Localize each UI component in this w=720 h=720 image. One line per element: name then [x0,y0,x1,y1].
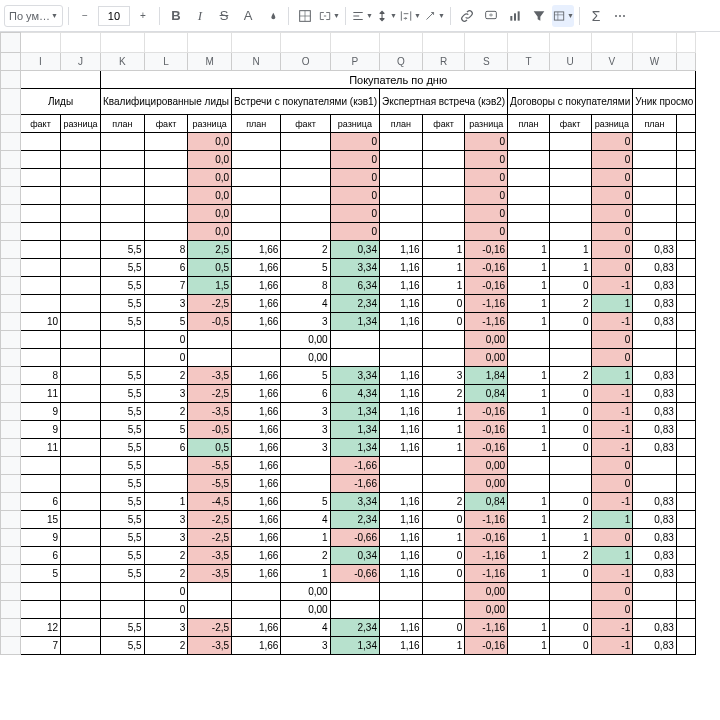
cell[interactable] [61,349,101,367]
cell[interactable]: 3 [144,295,188,313]
wrap-icon[interactable]: ▼ [399,5,421,27]
cell[interactable] [232,151,281,169]
table-row[interactable]: 0,0000 [1,205,696,223]
cell[interactable]: 1,16 [379,439,422,457]
rotate-icon[interactable]: ▼ [423,5,445,27]
cell[interactable]: -0,16 [465,259,508,277]
cell[interactable] [633,205,677,223]
cell[interactable]: 0,5 [188,439,232,457]
cell[interactable]: 1,34 [330,637,379,655]
cell[interactable] [379,151,422,169]
cell[interactable]: 3 [281,403,330,421]
table-row[interactable]: 95,53-2,51,661-0,661,161-0,161100,83 [1,529,696,547]
cell[interactable] [281,457,330,475]
cell[interactable]: 5,5 [101,511,145,529]
cell[interactable]: 2 [144,403,188,421]
cell[interactable]: 1 [508,421,550,439]
cell[interactable]: 1 [591,511,633,529]
cell[interactable]: 1 [422,637,465,655]
cell[interactable]: -2,5 [188,295,232,313]
cell[interactable] [144,205,188,223]
cell[interactable]: 0,83 [633,241,677,259]
col-header[interactable]: I [21,53,61,71]
table-row[interactable]: 00,000,000 [1,331,696,349]
table-row[interactable]: 95,52-3,51,6631,341,161-0,1610-10,83 [1,403,696,421]
cell[interactable] [144,475,188,493]
cell[interactable] [379,223,422,241]
cell[interactable] [508,223,550,241]
cell[interactable] [549,349,591,367]
cell[interactable]: 5,5 [101,619,145,637]
cell[interactable]: 1,66 [232,547,281,565]
cell[interactable]: 1,16 [379,385,422,403]
spreadsheet[interactable]: IJKLMNOPQRSTUVWПокупатель по днюЛидыКвал… [0,32,720,655]
cell[interactable]: -1,16 [465,547,508,565]
cell[interactable]: 0 [591,241,633,259]
cell[interactable]: 0,84 [465,493,508,511]
cell[interactable]: -3,5 [188,565,232,583]
table-row[interactable]: 00,000,000 [1,583,696,601]
cell[interactable] [61,547,101,565]
cell[interactable] [508,457,550,475]
cell[interactable]: 0 [330,151,379,169]
cell[interactable]: 2 [422,385,465,403]
cell[interactable]: 0 [465,187,508,205]
cell[interactable]: 1,66 [232,637,281,655]
cell[interactable]: 9 [21,529,61,547]
cell[interactable]: 2,34 [330,295,379,313]
cell[interactable] [508,583,550,601]
cell[interactable]: 0 [549,619,591,637]
cell[interactable] [633,187,677,205]
cell[interactable] [379,349,422,367]
cell[interactable]: 1 [549,241,591,259]
cell[interactable]: -1,16 [465,313,508,331]
italic-icon[interactable]: I [189,5,211,27]
cell[interactable]: 6 [21,547,61,565]
cell[interactable] [101,187,145,205]
col-header[interactable]: S [465,53,508,71]
table-row[interactable]: 0,0000 [1,133,696,151]
cell[interactable]: 1,16 [379,493,422,511]
cell[interactable]: 1 [508,367,550,385]
cell[interactable]: 0 [549,439,591,457]
cell[interactable] [549,331,591,349]
cell[interactable] [232,601,281,619]
cell[interactable]: 1 [422,439,465,457]
cell[interactable] [21,169,61,187]
cell[interactable] [379,133,422,151]
cell[interactable]: 1,16 [379,529,422,547]
col-header[interactable]: R [422,53,465,71]
cell[interactable] [101,151,145,169]
table-row[interactable]: 00,000,000 [1,349,696,367]
cell[interactable] [232,349,281,367]
cell[interactable]: 0,00 [281,349,330,367]
cell[interactable] [21,133,61,151]
cell[interactable]: 1 [422,277,465,295]
cell[interactable]: 0,0 [188,169,232,187]
cell[interactable]: 0 [144,349,188,367]
cell[interactable]: 0,00 [281,583,330,601]
cell[interactable]: 1,66 [232,529,281,547]
cell[interactable]: 2 [549,295,591,313]
cell[interactable]: 5,5 [101,385,145,403]
cell[interactable]: 0,83 [633,493,677,511]
cell[interactable]: 1,66 [232,295,281,313]
cell[interactable]: 0 [422,547,465,565]
cell[interactable] [422,187,465,205]
fill-color-icon[interactable] [261,5,283,27]
cell[interactable]: 1,16 [379,295,422,313]
cell[interactable]: 0,83 [633,619,677,637]
cell[interactable]: -2,5 [188,619,232,637]
cell[interactable]: -3,5 [188,403,232,421]
cell[interactable] [549,205,591,223]
cell[interactable] [422,583,465,601]
cell[interactable]: 0 [591,223,633,241]
tableview-icon[interactable]: ▼ [552,5,574,27]
cell[interactable]: 9 [21,421,61,439]
table-row[interactable]: 0,0000 [1,187,696,205]
cell[interactable]: 3,34 [330,259,379,277]
cell[interactable]: 0,83 [633,511,677,529]
cell[interactable] [144,169,188,187]
cell[interactable]: 6 [21,493,61,511]
cell[interactable] [101,331,145,349]
